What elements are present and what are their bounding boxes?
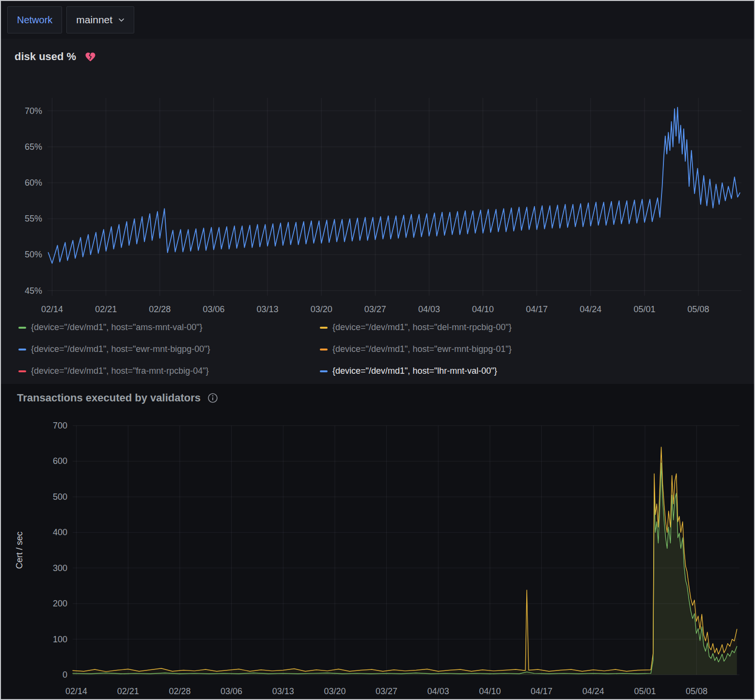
panel-disk-used: disk used % 45%50%55%60%65%70%02/1402/21…: [1, 39, 754, 384]
series-fill: [73, 447, 737, 675]
panel-title-transactions[interactable]: Transactions executed by validators: [17, 392, 201, 404]
legend-color-dash: [18, 370, 26, 372]
series-line: [73, 447, 737, 671]
legend-item[interactable]: {device="/dev/md1", host="del-mnt-rpcbig…: [320, 322, 512, 333]
y-axis-tick-label: 400: [53, 527, 67, 537]
x-axis-tick-label: 02/14: [41, 304, 63, 314]
legend-color-dash: [320, 327, 328, 329]
legend-label: {device="/dev/md1", host="ams-mnt-val-00…: [31, 322, 203, 333]
grafana-dashboard: Network mainnet disk used % 45%50%55%60%…: [0, 0, 755, 700]
x-axis-tick-label: 03/27: [364, 304, 386, 314]
x-axis-tick-label: 05/08: [688, 304, 709, 314]
x-axis-tick-label: 02/28: [149, 304, 171, 314]
x-axis-tick-label: 04/17: [526, 304, 548, 314]
chart-legend: {device="/dev/md1", host="ams-mnt-val-00…: [18, 322, 512, 376]
legend-item[interactable]: {device="/dev/md1", host="lhr-mnt-val-00…: [320, 366, 512, 376]
series-fill: [73, 463, 737, 675]
x-axis-tick-label: 04/24: [580, 304, 601, 314]
x-axis-tick-label: 04/17: [531, 686, 552, 696]
x-axis-tick-label: 02/21: [95, 304, 117, 314]
y-axis-tick-label: 300: [53, 563, 67, 573]
panel-description[interactable]: [207, 393, 218, 403]
transactions-chart[interactable]: 010020030040050060070002/1402/2102/2803/…: [1, 413, 754, 700]
series-line: [73, 463, 737, 674]
y-axis-tick-label: 100: [53, 635, 67, 644]
y-axis-tick-label: 70%: [25, 106, 42, 116]
x-axis-tick-label: 03/27: [376, 686, 397, 696]
heart-break-icon: [85, 52, 96, 62]
legend-label: {device="/dev/md1", host="fra-mnt-rpcbig…: [31, 366, 209, 376]
y-axis-tick-label: 60%: [25, 178, 42, 188]
legend-item[interactable]: {device="/dev/md1", host="ewr-mnt-bigpg-…: [18, 344, 320, 354]
y-axis-tick-label: 600: [53, 456, 67, 466]
x-axis-tick-label: 03/06: [220, 686, 242, 696]
legend-label: {device="/dev/md1", host="lhr-mnt-val-00…: [332, 366, 497, 376]
legend-label: {device="/dev/md1", host="ewr-mnt-bigpg-…: [332, 344, 512, 354]
legend-color-dash: [18, 349, 26, 350]
network-variable-select[interactable]: mainnet: [66, 6, 134, 33]
x-axis-tick-label: 03/13: [272, 686, 294, 696]
legend-item[interactable]: {device="/dev/md1", host="ewr-mnt-bigpg-…: [320, 344, 512, 354]
y-axis-tick-label: 55%: [25, 214, 42, 223]
x-axis-tick-label: 04/03: [418, 304, 440, 314]
legend-item[interactable]: {device="/dev/md1", host="fra-mnt-rpcbig…: [18, 366, 320, 376]
x-axis-tick-label: 02/14: [65, 686, 87, 696]
legend-label: {device="/dev/md1", host="ewr-mnt-bigpg-…: [31, 344, 210, 354]
x-axis-tick-label: 04/24: [582, 686, 604, 696]
y-axis-tick-label: 200: [53, 599, 67, 608]
legend-color-dash: [320, 349, 328, 350]
variable-bar: Network mainnet: [1, 1, 754, 39]
panel-health-state[interactable]: [85, 52, 96, 62]
x-axis-tick-label: 04/10: [479, 686, 501, 696]
y-axis-title: Cert / sec: [15, 531, 24, 569]
disk-used-chart[interactable]: 45%50%55%60%65%70%02/1402/2102/2803/0603…: [1, 79, 754, 321]
panel-tx-header: Transactions executed by validators: [1, 384, 754, 404]
x-axis-tick-label: 03/20: [311, 304, 332, 314]
legend-item[interactable]: {device="/dev/md1", host="ams-mnt-val-00…: [18, 322, 320, 333]
legend-label: {device="/dev/md1", host="del-mnt-rpcbig…: [332, 322, 512, 333]
panel-transactions: Transactions executed by validators 0100…: [1, 384, 754, 699]
panel-disk-header: disk used %: [1, 39, 754, 63]
network-variable-value: mainnet: [76, 14, 112, 26]
series-line: [48, 107, 740, 263]
x-axis-tick-label: 04/03: [427, 686, 449, 696]
info-icon: [207, 393, 218, 403]
x-axis-tick-label: 05/08: [686, 686, 708, 696]
legend-color-dash: [18, 327, 26, 329]
x-axis-tick-label: 04/10: [472, 304, 494, 314]
x-axis-tick-label: 05/01: [633, 304, 655, 314]
x-axis-tick-label: 03/06: [203, 304, 224, 314]
x-axis-tick-label: 05/01: [634, 686, 656, 696]
legend-color-dash: [320, 370, 328, 372]
x-axis-tick-label: 03/13: [256, 304, 278, 314]
chevron-down-icon: [118, 18, 125, 22]
y-axis-tick-label: 50%: [25, 250, 42, 259]
y-axis-tick-label: 0: [63, 670, 67, 680]
x-axis-tick-label: 02/28: [169, 686, 190, 696]
x-axis-tick-label: 02/21: [117, 686, 139, 696]
panel-title-disk[interactable]: disk used %: [15, 50, 76, 63]
y-axis-tick-label: 45%: [25, 286, 42, 296]
network-variable-label: Network: [7, 6, 62, 33]
y-axis-tick-label: 500: [53, 492, 67, 502]
x-axis-tick-label: 03/20: [324, 686, 346, 696]
y-axis-tick-label: 700: [53, 421, 67, 430]
y-axis-tick-label: 65%: [25, 142, 42, 152]
